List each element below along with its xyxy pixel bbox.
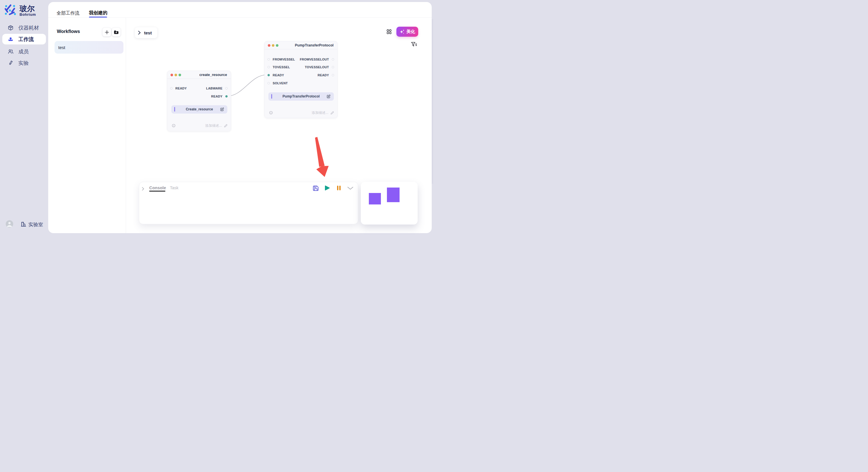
- beautify-button[interactable]: 美化: [396, 27, 418, 37]
- node-description-row: 添加描述...: [265, 110, 337, 115]
- apps-grid-icon[interactable]: [386, 29, 392, 34]
- port-circle[interactable]: [268, 66, 270, 68]
- port-circle[interactable]: [332, 74, 334, 76]
- description-placeholder[interactable]: 添加描述...: [205, 123, 222, 128]
- minimap-node-create-resource: [369, 193, 381, 204]
- output-port-fromvesselout[interactable]: FROMVESSELOUT: [300, 57, 334, 62]
- node-function-pill[interactable]: PumpTransferProtocol: [268, 92, 334, 101]
- flask-icon: [8, 60, 13, 66]
- console-panel: Console Task: [139, 182, 358, 224]
- green-dot-icon: [179, 74, 181, 76]
- output-port-labware[interactable]: LABWARE: [206, 86, 228, 91]
- people-group-icon: [8, 36, 13, 42]
- workflow-item-label: test: [58, 45, 65, 50]
- red-dot-icon: [268, 44, 270, 47]
- minimap-node-pump-transfer: [387, 188, 400, 202]
- node-header: PumpTransferProtocol: [265, 41, 337, 49]
- import-workflow-button[interactable]: [112, 28, 121, 36]
- output-port-ready[interactable]: READY: [317, 72, 334, 78]
- input-port-tovessel[interactable]: TOVESSEL: [268, 64, 290, 70]
- port-circle-connected[interactable]: [225, 95, 228, 98]
- yellow-dot-icon: [175, 74, 177, 76]
- users-icon: [8, 49, 13, 55]
- laboratory-label[interactable]: 实验室: [28, 222, 43, 228]
- port-circle-connected[interactable]: [268, 74, 270, 76]
- tab-task[interactable]: Task: [170, 186, 179, 190]
- folder-import-icon: [114, 30, 119, 34]
- pencil-icon[interactable]: [330, 111, 334, 115]
- tab-console[interactable]: Console: [149, 186, 166, 190]
- chevron-right-icon: [138, 31, 141, 35]
- breadcrumb-workflow[interactable]: test: [135, 27, 157, 38]
- add-workflow-button[interactable]: [102, 28, 111, 36]
- port-circle[interactable]: [332, 66, 334, 68]
- port-circle[interactable]: [268, 82, 270, 84]
- node-create-resource[interactable]: create_resource READY LABWARE READY Crea…: [167, 71, 231, 131]
- input-port-ready[interactable]: READY: [170, 86, 187, 91]
- tab-created-by-me[interactable]: 我创建的: [89, 10, 107, 16]
- plus-icon: [105, 30, 109, 34]
- sidebar-item-instruments[interactable]: 仪器耗材: [2, 22, 46, 33]
- edit-icon[interactable]: [327, 94, 331, 98]
- user-avatar[interactable]: [6, 220, 13, 228]
- brand-name-en: Bohrium: [20, 12, 36, 16]
- description-placeholder[interactable]: 添加描述...: [312, 110, 329, 115]
- pause-icon[interactable]: [337, 186, 341, 191]
- sidebar-item-experiments[interactable]: 实验: [2, 58, 46, 69]
- green-dot-icon: [276, 44, 278, 47]
- input-port-solvent[interactable]: SOLVENT: [268, 80, 288, 86]
- workflows-panel-title: Workflows: [57, 29, 80, 34]
- play-icon[interactable]: [324, 185, 330, 191]
- pencil-icon[interactable]: [224, 124, 228, 128]
- bohrium-logo-icon: [5, 4, 16, 16]
- minimap-panel[interactable]: [361, 182, 417, 225]
- red-dot-icon: [170, 74, 173, 76]
- package-icon: [8, 25, 13, 31]
- node-function-pill[interactable]: Create_resource: [172, 105, 227, 113]
- workflow-list-item-test[interactable]: test: [55, 41, 123, 54]
- sidebar-item-label: 实验: [19, 60, 29, 67]
- sidebar-item-label: 工作流: [19, 36, 34, 43]
- bohrium-workflow-app: 玻尔 Bohrium 仪器耗材 工作流: [0, 0, 434, 236]
- vertical-scrollbar[interactable]: [432, 19, 433, 184]
- tab-all-workflows[interactable]: 全部工作流: [57, 10, 80, 16]
- filter-icon[interactable]: [411, 42, 417, 47]
- tabs-divider: [48, 18, 432, 18]
- input-port-ready[interactable]: READY: [268, 72, 284, 78]
- panel-divider: [126, 18, 126, 233]
- node-pump-transfer-protocol[interactable]: PumpTransferProtocol FROMVESSEL FROMVESS…: [265, 41, 338, 118]
- chevron-down-icon[interactable]: [347, 187, 353, 190]
- beautify-label: 美化: [406, 29, 415, 34]
- port-circle[interactable]: [332, 58, 334, 61]
- info-icon: [269, 111, 273, 114]
- sidebar-item-workflow[interactable]: 工作流: [2, 34, 46, 44]
- sidebar-item-members[interactable]: 成员: [2, 46, 46, 57]
- sidebar-item-label: 成员: [19, 48, 29, 55]
- node-header: create_resource: [167, 71, 231, 79]
- sparkles-icon: [400, 29, 405, 34]
- input-port-fromvessel[interactable]: FROMVESSEL: [268, 57, 295, 62]
- node-description-row: 添加描述...: [167, 123, 231, 129]
- sidebar-item-label: 仪器耗材: [19, 24, 39, 31]
- node-title: PumpTransferProtocol: [295, 41, 334, 49]
- node-title: create_resource: [199, 71, 227, 79]
- output-port-ready[interactable]: READY: [211, 94, 228, 99]
- yellow-dot-icon: [272, 44, 274, 47]
- output-port-tovesselout[interactable]: TOVESSELOUT: [305, 64, 334, 70]
- port-circle[interactable]: [268, 58, 270, 61]
- port-circle[interactable]: [170, 87, 173, 90]
- collapse-chevron-icon[interactable]: [142, 187, 144, 191]
- save-icon[interactable]: [313, 186, 319, 191]
- edit-icon[interactable]: [220, 107, 224, 111]
- laboratory-icon: [21, 222, 26, 227]
- port-circle[interactable]: [225, 87, 228, 90]
- console-tab-underline: [149, 191, 165, 192]
- breadcrumb-label: test: [144, 30, 152, 35]
- info-icon: [172, 124, 175, 127]
